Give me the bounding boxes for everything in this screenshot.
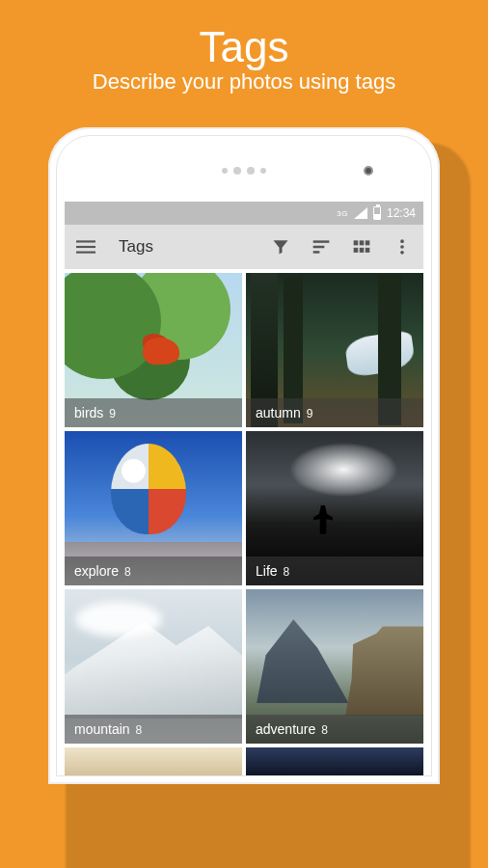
svg-rect-11 — [366, 248, 370, 253]
tag-count: 8 — [284, 565, 290, 579]
signal-icon — [354, 207, 367, 219]
tag-label: birds 9 — [65, 398, 242, 427]
svg-rect-2 — [76, 252, 95, 254]
tag-count: 8 — [136, 723, 143, 737]
menu-icon[interactable] — [74, 235, 97, 258]
tag-tile-explore[interactable]: explore 8 — [65, 431, 242, 585]
promo-title: Tags — [0, 23, 488, 71]
svg-rect-3 — [313, 240, 330, 243]
tag-thumbnail — [65, 747, 242, 775]
svg-rect-4 — [313, 246, 325, 249]
grid-view-icon[interactable] — [350, 235, 373, 258]
tag-label: mountain 8 — [65, 715, 242, 744]
tag-tile-life[interactable]: Life 8 — [246, 431, 423, 585]
app-bar-title: Tags — [119, 237, 252, 257]
tag-label: autumn 9 — [246, 398, 423, 427]
tag-name: explore — [74, 563, 119, 579]
tag-name: adventure — [256, 721, 315, 737]
tag-count: 9 — [109, 407, 116, 420]
phone-camera-icon — [364, 166, 373, 176]
tag-tile-partial[interactable] — [246, 747, 423, 775]
filter-icon[interactable] — [269, 235, 292, 258]
status-time: 12:34 — [387, 206, 416, 220]
phone-speaker-area — [57, 153, 431, 188]
sort-icon[interactable] — [310, 235, 333, 258]
tag-label: adventure 8 — [246, 715, 423, 744]
tag-thumbnail — [246, 747, 423, 775]
status-bar: 3G 12:34 — [65, 202, 423, 225]
tag-tile-autumn[interactable]: autumn 9 — [246, 273, 423, 427]
promo-header: Tags Describe your photos using tags — [0, 0, 488, 95]
tag-name: autumn — [256, 405, 301, 420]
svg-rect-1 — [76, 246, 95, 248]
network-label: 3G — [337, 209, 348, 218]
promo-subtitle: Describe your photos using tags — [0, 69, 488, 95]
svg-rect-9 — [354, 248, 359, 253]
svg-rect-6 — [354, 240, 359, 245]
tag-count: 8 — [124, 565, 131, 579]
tag-count: 8 — [321, 723, 328, 737]
svg-point-12 — [400, 239, 404, 243]
tag-name: mountain — [74, 721, 130, 737]
tag-count: 9 — [307, 407, 313, 420]
tags-grid: birds 9 autumn 9 explore 8 — [65, 269, 423, 775]
tag-label: explore 8 — [65, 556, 242, 585]
svg-rect-10 — [360, 248, 365, 253]
svg-rect-5 — [313, 251, 320, 254]
tag-name: birds — [74, 405, 103, 420]
battery-icon — [373, 206, 381, 220]
svg-rect-8 — [366, 240, 370, 245]
tag-name: Life — [256, 563, 278, 579]
app-bar: Tags — [65, 225, 423, 269]
tag-label: Life 8 — [246, 556, 423, 585]
phone-frame: 3G 12:34 Tags — [48, 127, 440, 784]
svg-point-14 — [400, 251, 404, 255]
tag-tile-adventure[interactable]: adventure 8 — [246, 589, 423, 744]
tag-tile-partial[interactable] — [65, 747, 242, 775]
svg-rect-7 — [360, 240, 365, 245]
svg-rect-0 — [76, 240, 95, 242]
tag-tile-birds[interactable]: birds 9 — [65, 273, 242, 427]
screen: 3G 12:34 Tags — [65, 202, 423, 775]
overflow-menu-icon[interactable] — [391, 235, 414, 258]
svg-point-13 — [400, 245, 404, 249]
tag-tile-mountain[interactable]: mountain 8 — [65, 589, 242, 744]
